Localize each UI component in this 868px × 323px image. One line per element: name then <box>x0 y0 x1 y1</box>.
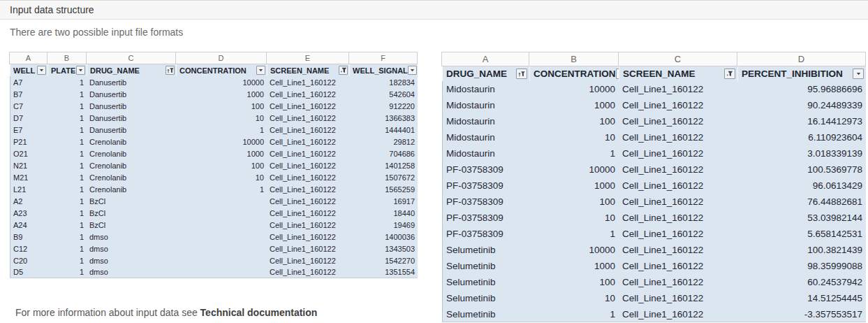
cell[interactable]: PF-03758309 <box>442 210 529 226</box>
cell[interactable]: Cell_Line1_160122 <box>619 162 737 178</box>
cell[interactable]: 1343503 <box>349 243 418 254</box>
cell[interactable]: A24 <box>10 219 47 231</box>
cell[interactable]: M21 <box>10 171 47 183</box>
cell[interactable]: 1 <box>47 100 87 112</box>
cell[interactable] <box>176 195 267 207</box>
cell[interactable]: Cell_Line1_160122 <box>267 148 349 159</box>
cell[interactable]: Midostaurin <box>442 145 529 162</box>
cell[interactable]: 1 <box>47 124 87 136</box>
cell[interactable]: 10000 <box>529 162 619 178</box>
cell[interactable]: Crenolanib <box>87 159 176 171</box>
cell[interactable]: Midostaurin <box>442 129 529 145</box>
filter-icon[interactable] <box>339 66 348 75</box>
cell[interactable]: 76.44882681 <box>737 194 866 210</box>
cell[interactable]: BzCl <box>87 195 176 207</box>
cell[interactable]: Selumetinib <box>442 258 529 274</box>
cell[interactable]: Cell_Line1_160122 <box>267 159 349 171</box>
cell[interactable]: 1351554 <box>349 266 418 278</box>
cell[interactable]: Cell_Line1_160122 <box>267 219 349 231</box>
cell[interactable]: Cell_Line1_160122 <box>267 195 349 207</box>
column-letter[interactable]: F <box>348 52 418 64</box>
cell[interactable]: Cell_Line1_160122 <box>267 88 349 100</box>
cell[interactable]: 90.24489339 <box>737 97 866 113</box>
cell[interactable]: Selumetinib <box>442 274 529 290</box>
cell[interactable] <box>176 266 267 278</box>
cell[interactable]: Midostaurin <box>442 81 529 97</box>
cell[interactable]: C12 <box>10 243 47 254</box>
cell[interactable]: N21 <box>10 159 47 171</box>
cell[interactable]: dmso <box>87 243 176 254</box>
cell[interactable]: 1000 <box>529 178 619 194</box>
cell[interactable]: 1400036 <box>349 231 418 243</box>
cell[interactable]: Crenolanib <box>87 136 176 148</box>
cell[interactable]: 10000 <box>529 242 619 258</box>
cell[interactable]: 95.96886696 <box>737 81 866 97</box>
cell[interactable]: 1366383 <box>349 112 418 124</box>
cell[interactable] <box>176 254 267 266</box>
cell[interactable]: 29812 <box>349 136 418 148</box>
cell[interactable]: 1 <box>176 183 267 195</box>
cell[interactable]: 1542270 <box>349 254 418 266</box>
cell[interactable]: dmso <box>87 231 176 243</box>
filter-icon[interactable] <box>724 69 735 79</box>
cell[interactable] <box>176 243 267 254</box>
cell[interactable]: Cell_Line1_160122 <box>267 266 349 278</box>
cell[interactable]: D5 <box>10 266 47 278</box>
column-letter[interactable]: D <box>737 52 866 66</box>
cell[interactable]: 1 <box>47 243 87 254</box>
cell[interactable]: 1000 <box>176 88 267 100</box>
dropdown-icon[interactable] <box>76 66 85 75</box>
cell[interactable]: 16917 <box>349 195 418 207</box>
cell[interactable]: PF-03758309 <box>442 178 529 194</box>
cell[interactable]: 53.03982144 <box>737 210 866 226</box>
cell[interactable]: 1 <box>47 136 87 148</box>
column-letter[interactable]: A <box>9 52 47 64</box>
cell[interactable]: 3.018339139 <box>737 145 866 162</box>
cell[interactable]: 1 <box>47 88 87 100</box>
cell[interactable]: 10000 <box>176 76 267 88</box>
cell[interactable]: 60.24537942 <box>737 274 866 290</box>
cell[interactable]: Cell_Line1_160122 <box>619 178 737 194</box>
cell[interactable]: Cell_Line1_160122 <box>267 112 349 124</box>
cell[interactable]: 98.35999088 <box>737 258 866 274</box>
cell[interactable]: Crenolanib <box>87 183 176 195</box>
cell[interactable]: 18440 <box>349 207 418 219</box>
cell[interactable]: 1 <box>176 124 267 136</box>
cell[interactable] <box>176 231 267 243</box>
cell[interactable]: Cell_Line1_160122 <box>267 254 349 266</box>
cell[interactable]: PF-03758309 <box>442 194 529 210</box>
cell[interactable]: A7 <box>10 76 47 88</box>
cell[interactable]: 10 <box>529 210 619 226</box>
cell[interactable]: 96.0613429 <box>737 178 866 194</box>
cell[interactable]: Cell_Line1_160122 <box>267 171 349 183</box>
cell[interactable]: Cell_Line1_160122 <box>619 145 737 162</box>
dropdown-icon[interactable] <box>408 66 417 75</box>
dropdown-icon[interactable] <box>256 66 265 75</box>
cell[interactable]: 10000 <box>176 136 267 148</box>
cell[interactable]: 1 <box>47 219 87 231</box>
column-letter[interactable]: B <box>529 52 619 66</box>
cell[interactable]: Cell_Line1_160122 <box>267 183 349 195</box>
cell[interactable]: 1 <box>47 195 87 207</box>
cell[interactable]: 5.658142531 <box>737 226 866 242</box>
cell[interactable]: BzCl <box>87 219 176 231</box>
cell[interactable]: 1565259 <box>349 183 418 195</box>
cell[interactable]: Cell_Line1_160122 <box>619 290 737 306</box>
cell[interactable]: Cell_Line1_160122 <box>267 124 349 136</box>
cell[interactable]: Cell_Line1_160122 <box>619 258 737 274</box>
column-letter[interactable]: B <box>47 52 87 64</box>
cell[interactable]: P21 <box>10 136 47 148</box>
cell[interactable]: 10 <box>529 129 619 145</box>
filter-sort-icon[interactable] <box>516 69 527 79</box>
cell[interactable]: C20 <box>10 254 47 266</box>
cell[interactable]: B9 <box>10 231 47 243</box>
cell[interactable]: Cell_Line1_160122 <box>619 226 737 242</box>
cell[interactable]: 1 <box>529 226 619 242</box>
cell[interactable] <box>176 219 267 231</box>
cell[interactable]: Crenolanib <box>87 171 176 183</box>
cell[interactable]: 182834 <box>349 76 418 88</box>
cell[interactable]: dmso <box>87 254 176 266</box>
cell[interactable]: Cell_Line1_160122 <box>267 100 349 112</box>
cell[interactable]: PF-03758309 <box>442 162 529 178</box>
cell[interactable]: dmso <box>87 266 176 278</box>
